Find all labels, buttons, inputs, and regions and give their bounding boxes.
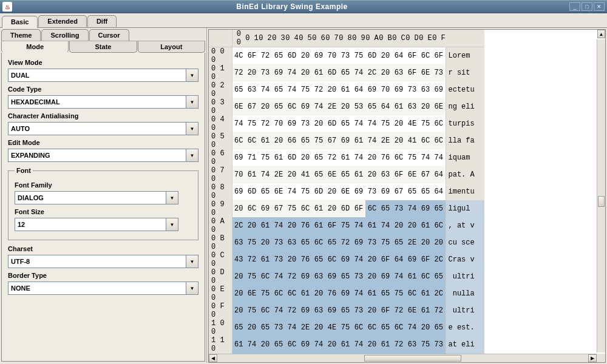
hex-cell[interactable]: 69 [392, 81, 405, 98]
hex-cell[interactable]: 2E [299, 319, 312, 336]
scrollbar-vertical[interactable]: ▲ ▼ [597, 39, 605, 352]
hex-cell[interactable]: 20 [245, 217, 259, 234]
hex-cell[interactable]: 69 [285, 115, 299, 132]
hex-cell[interactable]: 65 [272, 47, 285, 65]
hex-cell[interactable]: 73 [432, 336, 446, 353]
hex-cell[interactable]: 6C [259, 302, 272, 319]
hex-cell[interactable]: 74 [405, 200, 419, 217]
hex-cell[interactable]: 63 [392, 64, 405, 81]
hex-cell[interactable]: 6D [312, 183, 325, 200]
hex-cell[interactable]: 74 [432, 149, 446, 166]
hex-cell[interactable]: 6E [432, 98, 446, 115]
hex-cell[interactable]: 61 [272, 149, 285, 166]
hex-cell[interactable]: 20 [312, 115, 325, 132]
hex-cell[interactable]: 20 [365, 302, 379, 319]
hex-cell[interactable]: 20 [232, 302, 245, 319]
hex-cell[interactable]: 6C [299, 200, 312, 217]
subtab-theme[interactable]: Theme [1, 29, 41, 41]
hex-cell[interactable]: 20 [285, 251, 299, 268]
hex-cell[interactable]: 20 [405, 217, 419, 234]
hex-cell[interactable]: 69 [312, 47, 325, 65]
hex-cell[interactable]: 76 [299, 217, 312, 234]
hex-cell[interactable]: 63 [312, 302, 325, 319]
hex-cell[interactable]: 65 [312, 166, 325, 183]
hex-cell[interactable]: 73 [392, 200, 405, 217]
tab-diff[interactable]: Diff [87, 15, 117, 27]
hex-cell[interactable]: 69 [325, 302, 339, 319]
hex-cell[interactable]: 61 [312, 64, 325, 81]
hex-cell[interactable]: 6C [325, 251, 339, 268]
hex-cell[interactable]: 72 [339, 234, 352, 251]
hex-cell[interactable]: 65 [232, 319, 245, 336]
hex-cell[interactable]: 75 [285, 200, 299, 217]
hex-cell[interactable]: 6C [419, 132, 432, 149]
hex-cell[interactable]: 67 [392, 183, 405, 200]
hex-cell[interactable]: 74 [245, 336, 259, 353]
text-cell[interactable]: imentu [446, 183, 484, 200]
hex-cell[interactable]: 6C [245, 200, 259, 217]
hex-cell[interactable]: 72 [245, 251, 259, 268]
hex-cell[interactable]: 75 [312, 132, 325, 149]
combo-border-type[interactable]: NONE ▼ [8, 281, 198, 295]
tab-extended[interactable]: Extended [38, 15, 87, 27]
text-cell[interactable]: r sit [446, 64, 484, 81]
hex-cell[interactable]: 6C [419, 268, 432, 285]
hex-cell[interactable]: 41 [405, 132, 419, 149]
hex-cell[interactable]: 75 [259, 149, 272, 166]
hex-cell[interactable]: 20 [392, 115, 405, 132]
hex-cell[interactable]: 61 [312, 217, 325, 234]
hex-cell[interactable]: 67 [419, 166, 432, 183]
hex-cell[interactable]: 67 [272, 200, 285, 217]
hex-cell[interactable]: 6C [432, 217, 446, 234]
hex-cell[interactable]: 6F [405, 47, 419, 65]
hex-cell[interactable]: 65 [299, 132, 312, 149]
hex-cell[interactable]: 4E [325, 319, 339, 336]
hex-cell[interactable]: 6D [339, 200, 352, 217]
hex-cell[interactable]: 65 [365, 98, 379, 115]
hex-cell[interactable]: 20 [245, 64, 259, 81]
scroll-right-icon[interactable]: ▶ [588, 354, 597, 362]
hex-cell[interactable]: 61 [365, 285, 379, 302]
hex-cell[interactable]: 74 [405, 319, 419, 336]
subtab-mode[interactable]: Mode [1, 41, 69, 53]
hex-cell[interactable]: 75 [245, 302, 259, 319]
subtab-state[interactable]: State [69, 41, 137, 53]
hex-cell[interactable]: 73 [272, 234, 285, 251]
hex-cell[interactable]: 67 [245, 98, 259, 115]
hex-cell[interactable]: 75 [245, 268, 259, 285]
hex-cell[interactable]: 74 [352, 336, 365, 353]
hex-cell[interactable]: 74 [352, 251, 365, 268]
hex-cell[interactable]: 6F [432, 47, 446, 65]
hex-cell[interactable]: 6C [245, 132, 259, 149]
hex-cell[interactable]: 69 [352, 183, 365, 200]
hex-cell[interactable]: 4C [232, 47, 245, 65]
hex-cell[interactable]: 6C [259, 268, 272, 285]
hex-cell[interactable]: 71 [245, 149, 259, 166]
hex-cell[interactable]: 74 [352, 149, 365, 166]
hex-cell[interactable]: 2C [365, 64, 379, 81]
hex-cell[interactable]: 63 [245, 81, 259, 98]
hex-cell[interactable]: 6F [325, 217, 339, 234]
hex-cell[interactable]: 75 [379, 234, 392, 251]
hex-cell[interactable]: 74 [285, 81, 299, 98]
hex-cell[interactable]: 20 [325, 336, 339, 353]
hex-cell[interactable]: 20 [392, 132, 405, 149]
combo-charset[interactable]: UTF-8 ▼ [8, 255, 198, 268]
hex-cell[interactable]: 69 [299, 268, 312, 285]
hex-cell[interactable]: 65 [432, 200, 446, 217]
hex-cell[interactable]: 61 [419, 217, 432, 234]
hex-cell[interactable]: 75 [379, 115, 392, 132]
hex-cell[interactable]: 73 [272, 319, 285, 336]
hex-cell[interactable]: 74 [392, 268, 405, 285]
hex-cell[interactable]: 61 [392, 98, 405, 115]
hex-cell[interactable]: 20 [259, 234, 272, 251]
text-cell[interactable]: Cras v [446, 251, 484, 268]
hex-cell[interactable]: 73 [259, 64, 272, 81]
hex-cell[interactable]: 65 [232, 81, 245, 98]
hex-cell[interactable]: 74 [365, 132, 379, 149]
hex-cell[interactable]: 6E [245, 285, 259, 302]
close-button[interactable]: ✕ [594, 2, 605, 11]
hex-cell[interactable]: 69 [339, 132, 352, 149]
hex-cell[interactable]: 65 [339, 268, 352, 285]
hex-cell[interactable]: 73 [365, 183, 379, 200]
